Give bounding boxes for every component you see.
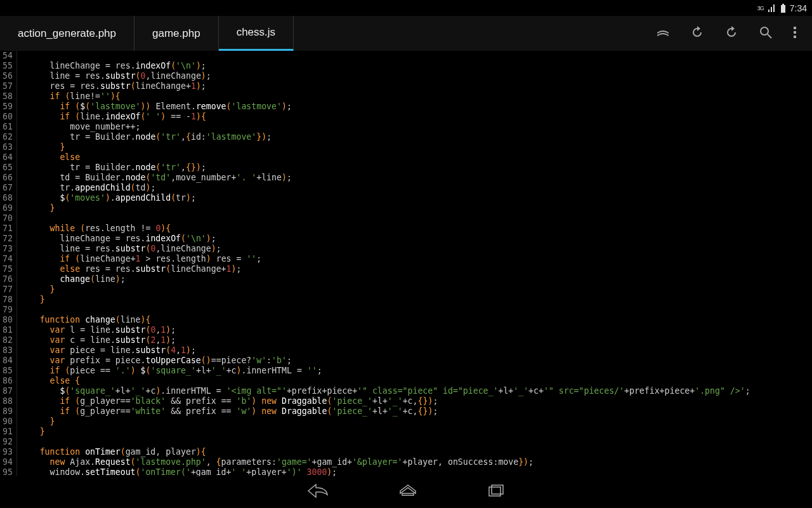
code-area[interactable]: lineChange = res.indexOf('\n'); line = r… [17, 51, 812, 476]
svg-line-3 [768, 34, 771, 38]
line-number-gutter: 5455565758596061626364656667686970717273… [0, 51, 17, 476]
svg-rect-8 [492, 485, 503, 494]
tab-label: chess.js [237, 26, 275, 39]
svg-rect-6 [794, 36, 796, 38]
tab-bar: action_generate.php game.php chess.js [0, 16, 812, 51]
back-icon[interactable] [307, 483, 329, 501]
signal-icon [768, 4, 776, 13]
tab-label: action_generate.php [18, 27, 116, 40]
overflow-icon[interactable] [793, 25, 797, 42]
code-editor[interactable]: 5455565758596061626364656667686970717273… [0, 51, 812, 476]
undo-icon[interactable] [690, 25, 704, 42]
network-3g-icon: 3G [757, 5, 764, 11]
svg-point-2 [761, 27, 768, 35]
home-icon[interactable] [398, 483, 417, 501]
svg-rect-0 [781, 5, 785, 13]
android-status-bar: 3G 7:34 [0, 0, 812, 16]
svg-rect-1 [782, 4, 784, 5]
svg-rect-7 [489, 487, 501, 496]
tab-action-generate[interactable]: action_generate.php [0, 16, 134, 51]
tab-chess[interactable]: chess.js [219, 16, 294, 51]
android-nav-bar [0, 476, 812, 508]
svg-rect-5 [794, 31, 796, 34]
svg-rect-4 [794, 27, 796, 29]
clock: 7:34 [790, 3, 807, 13]
redo-icon[interactable] [724, 25, 738, 42]
battery-icon [780, 4, 786, 13]
toolbar [656, 16, 812, 51]
recent-apps-icon[interactable] [487, 483, 505, 501]
burger-icon[interactable] [656, 25, 670, 42]
tab-game[interactable]: game.php [134, 16, 219, 51]
tab-label: game.php [152, 27, 200, 40]
search-icon[interactable] [759, 25, 773, 42]
